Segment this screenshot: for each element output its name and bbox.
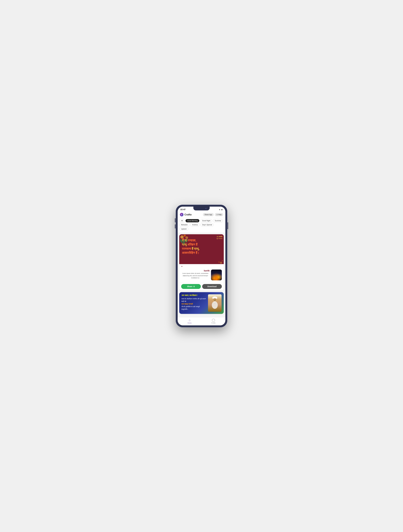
svg-point-6 bbox=[183, 239, 186, 244]
date-line1: 11 जनवरी bbox=[217, 236, 222, 238]
card-description: Loren ipsum dolor sit amet, consectetur … bbox=[181, 272, 210, 279]
app-name: Crafto bbox=[184, 213, 192, 216]
card-2: जय जवान, जय किसान ! भारत के लोकप्रिय राज… bbox=[179, 292, 224, 314]
svg-point-12 bbox=[222, 260, 223, 261]
card-1: 11 जनवरी शुभ मंगलवार प्रभु परब्रह्म, प्र… bbox=[179, 234, 224, 291]
card2-body: भारत के लोकप्रिय राजनेता और पूर्व प्रधान… bbox=[181, 298, 207, 310]
svg-point-11 bbox=[218, 261, 220, 263]
card2-text-area: जय जवान, जय किसान ! भारत के लोकप्रिय राज… bbox=[181, 294, 207, 312]
bottom-nav: ⌂ Home ◯ Profile bbox=[178, 317, 225, 325]
card-date-badge: 11 जनवरी शुभ मंगलवार bbox=[217, 236, 222, 240]
svg-point-17 bbox=[214, 299, 214, 300]
home-icon: ⌂ bbox=[189, 318, 190, 322]
category-good-night[interactable]: Good Night bbox=[200, 219, 212, 222]
card-username: kartik bbox=[181, 270, 210, 272]
card2-title: जय जवान, जय किसान ! bbox=[181, 294, 207, 297]
phone-screen: 22:47 ▲ ▬ C Crafto bbox=[178, 207, 225, 325]
card-user-info: kartik Loren ipsum dolor sit amet, conse… bbox=[181, 270, 210, 279]
help-button[interactable]: ⊙ Help bbox=[215, 213, 223, 216]
category-good-morning[interactable]: Good Morning bbox=[186, 219, 199, 222]
category-row-2: Mahadev Krishna Day's Special Updesh bbox=[179, 223, 224, 231]
card-2-image: जय जवान, जय किसान ! भारत के लोकप्रिय राज… bbox=[179, 292, 224, 314]
city-photo bbox=[211, 270, 222, 280]
share-app-button[interactable]: Share App bbox=[203, 213, 214, 216]
card2-portrait bbox=[208, 294, 222, 312]
svg-point-16 bbox=[213, 298, 217, 301]
category-days-special[interactable]: Day's Special bbox=[200, 223, 214, 226]
category-all[interactable]: All bbox=[179, 219, 185, 222]
svg-point-10 bbox=[220, 262, 222, 264]
app-header: C Crafto Share App ⊙ Help bbox=[178, 211, 225, 218]
card-1-image: 11 जनवरी शुभ मंगलवार प्रभु परब्रह्म, प्र… bbox=[179, 234, 224, 264]
floral-decor-top bbox=[179, 234, 194, 247]
svg-point-7 bbox=[185, 239, 188, 243]
svg-point-3 bbox=[184, 234, 186, 237]
svg-point-9 bbox=[185, 239, 187, 241]
download-button[interactable]: Download bbox=[202, 284, 222, 289]
svg-point-8 bbox=[183, 238, 184, 240]
nav-profile[interactable]: ◯ Profile bbox=[209, 318, 217, 324]
status-icons: ▲ ▬ bbox=[219, 209, 223, 210]
category-mahadev[interactable]: Mahadev bbox=[179, 223, 189, 226]
volume-up-button bbox=[175, 218, 175, 222]
status-time: 22:47 bbox=[180, 208, 186, 210]
svg-point-20 bbox=[212, 301, 218, 309]
quote-icon: " bbox=[181, 266, 222, 269]
card-user-row: kartik Loren ipsum dolor sit amet, conse… bbox=[181, 270, 222, 280]
whatsapp-icon: ⊙ bbox=[193, 285, 195, 288]
person-silhouette bbox=[209, 296, 220, 310]
category-section: All Good Morning Good Night Suvichar Mah… bbox=[178, 218, 225, 233]
battery-icon: ▬ bbox=[221, 209, 223, 210]
profile-icon: ◯ bbox=[212, 318, 215, 322]
logo-area: C Crafto bbox=[180, 213, 192, 216]
camera bbox=[205, 208, 207, 209]
card2-highlight: लाल बहादुर शास्त्री bbox=[181, 303, 193, 305]
nav-home[interactable]: ⌂ Home bbox=[186, 318, 194, 324]
category-krishna[interactable]: Krishna bbox=[190, 223, 199, 226]
category-updesh[interactable]: Updesh bbox=[179, 227, 188, 231]
svg-point-4 bbox=[185, 236, 188, 239]
profile-label: Profile bbox=[211, 322, 216, 324]
share-label: Share bbox=[187, 285, 192, 288]
card2-body-text: भारत के लोकप्रिय राजनेता और पूर्व प्रधान… bbox=[181, 298, 206, 302]
card-1-bottom: " kartik Loren ipsum dolor sit amet, con… bbox=[179, 264, 224, 282]
portrait-image bbox=[208, 294, 222, 312]
svg-point-2 bbox=[180, 235, 184, 239]
wifi-icon: ▲ bbox=[219, 209, 220, 210]
card-1-actions: Share ⊙ Download bbox=[179, 282, 224, 291]
notch bbox=[193, 207, 210, 210]
svg-point-18 bbox=[215, 299, 216, 300]
content-area: 11 जनवरी शुभ मंगलवार प्रभु परब्रह्म, प्र… bbox=[178, 233, 225, 317]
card-user-photo bbox=[211, 270, 222, 280]
svg-text:C: C bbox=[181, 214, 182, 216]
card2-body-text2: जी की पुण्यतिथि पर उन्हें भावपूर्ण श्रद्… bbox=[181, 306, 200, 310]
crafto-logo-icon: C bbox=[180, 213, 184, 216]
header-buttons: Share App ⊙ Help bbox=[203, 213, 223, 216]
home-label: Home bbox=[187, 322, 192, 324]
phone-frame: 22:47 ▲ ▬ C Crafto bbox=[176, 205, 227, 327]
category-suvichar[interactable]: Suvichar bbox=[213, 219, 223, 222]
floral-decor-bottom bbox=[214, 257, 224, 264]
power-button bbox=[228, 222, 228, 229]
volume-down-button bbox=[175, 224, 175, 228]
date-line2: शुभ मंगलवार bbox=[217, 238, 222, 240]
category-row-1: All Good Morning Good Night Suvichar bbox=[179, 219, 224, 222]
share-button[interactable]: Share ⊙ bbox=[181, 284, 201, 289]
